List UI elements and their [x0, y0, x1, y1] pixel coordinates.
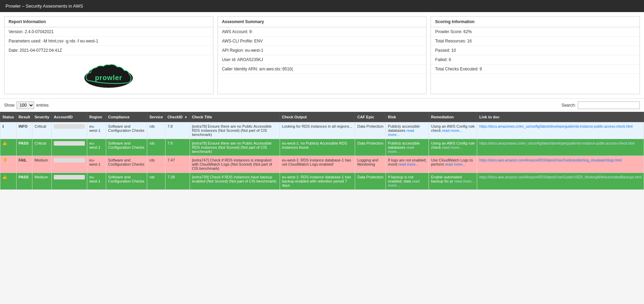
cell-service: rds	[147, 139, 165, 156]
cell-status: 👍	[0, 173, 17, 190]
aws-account-row: AWS Account: 9·	[218, 27, 426, 37]
cell-result: INFO	[16, 122, 32, 139]
aws-cli-text: AWS-CLI Profile: ENV	[222, 39, 263, 43]
total-resources-row: Total Resources: 16	[431, 37, 640, 46]
cell-region: eu-west-1	[87, 122, 106, 139]
date-row: Date: 2021-04-07T22:04:41Z	[4, 46, 213, 55]
risk-read-more-link[interactable]: read more...	[388, 145, 414, 154]
result-badge: INFO	[19, 124, 28, 128]
cell-result: PASS	[16, 173, 32, 190]
doc-link[interactable]: https://docs.aws.amazon.com/AmazonRDS/la…	[479, 158, 622, 162]
failed-row: Failed: 6	[431, 55, 640, 65]
cell-remediation: Using an AWS Config rule check read more…	[429, 122, 477, 139]
table-header-row: Status Result Severity AccountID Region …	[0, 112, 644, 122]
cell-checkoutput: eu-west-1: RDS instance database-1 has n…	[280, 156, 355, 173]
total-checks-row: Total Checks Executed: 9	[431, 65, 640, 74]
show-entries-area: Show 100 25 50 entries	[4, 101, 49, 109]
col-remediation: Remediation	[429, 112, 477, 122]
version-text: Version: 2.4.0-07042021	[9, 29, 54, 34]
cell-linktodoc: https://docs.aws.amazon.com/AmazonRDS/la…	[477, 156, 644, 173]
risk-read-more-link[interactable]: read more...	[388, 128, 414, 137]
search-input[interactable]	[578, 101, 640, 109]
title-bar: Prowler – Security Assesments in AWS	[0, 0, 644, 12]
version-row: Version: 2.4.0-07042021	[4, 27, 213, 37]
col-service: Service	[147, 112, 165, 122]
entries-label: entries	[36, 103, 49, 108]
cell-service: rds	[147, 156, 165, 173]
col-checkid[interactable]: CheckID ▼	[165, 112, 190, 122]
cell-checktitle: [extra747] Check if RDS instances is int…	[190, 156, 280, 173]
col-checkoutput: Check Output	[280, 112, 355, 122]
col-risk: Risk	[386, 112, 429, 122]
cell-checktitle: [extra739] Check if RDS instances have b…	[190, 173, 280, 190]
cell-compliance: Software and Configuration Checks	[106, 122, 147, 139]
risk-read-more-link[interactable]: read more...	[398, 162, 419, 166]
col-severity: Severity	[32, 112, 52, 122]
cell-region: eu-west-1	[87, 139, 106, 156]
table-row: 👍 PASS Medium eu-west-1 Software and Con…	[0, 173, 644, 190]
total-resources-text: Total Resources: 16	[435, 39, 472, 43]
cell-accountid	[52, 173, 87, 190]
search-area: Search:	[562, 101, 640, 109]
account-bar	[54, 124, 85, 129]
scoring-panel: Scoring Information Prowler Score: 62% T…	[431, 16, 640, 94]
total-checks-text: Total Checks Executed: 9	[435, 67, 482, 71]
result-badge: FAIL	[19, 158, 27, 162]
cell-cafepic: Data Protection	[355, 139, 386, 156]
cell-linktodoc: https://docs.amazonaws.cn/en_us/config/l…	[477, 139, 644, 156]
doc-link[interactable]: https://docs.aws.amazon.com/AmazonRDS/la…	[479, 175, 642, 179]
cell-severity: Medium	[32, 156, 52, 173]
col-accountid: AccountID	[52, 112, 87, 122]
cell-service: rds	[147, 173, 165, 190]
col-result: Result	[16, 112, 32, 122]
cell-risk: If logs are not enabled; monit read more…	[386, 156, 429, 173]
cell-checktitle: [extra78] Ensure there are no Public Acc…	[190, 122, 280, 139]
cell-checkoutput: eu-west-1: RDS instance database-1 has b…	[280, 173, 355, 190]
remediation-read-more-link[interactable]: read more...	[445, 162, 465, 166]
cell-status: 👎	[0, 156, 17, 173]
cell-checktitle: [extra78] Ensure there are no Public Acc…	[190, 139, 280, 156]
cell-remediation: Use CloudWatch Logs to perform read more…	[429, 156, 477, 173]
cell-checkid: 7.8	[165, 139, 190, 156]
failed-text: Failed: 6	[435, 57, 451, 62]
cell-compliance: Software and Configuration Checks	[106, 139, 147, 156]
doc-link[interactable]: https://docs.amazonaws.cn/en_us/config/l…	[479, 141, 634, 145]
col-linktodoc: Link to doc	[477, 112, 644, 122]
cell-service: rds	[147, 122, 165, 139]
cell-severity: Medium	[32, 173, 52, 190]
scoring-panel-title: Scoring Information	[431, 17, 640, 27]
cell-compliance: Software and Configuration Checks	[106, 173, 147, 190]
remediation-read-more-link[interactable]: read more...	[442, 145, 462, 149]
prowler-logo: prowler	[81, 61, 136, 88]
aws-account-text: AWS Account: 9·	[222, 29, 253, 34]
cell-status: 👍	[0, 139, 17, 156]
cell-region: eu-west-1	[87, 156, 106, 173]
show-label: Show	[4, 103, 14, 108]
doc-link[interactable]: https://docs.amazonws.cn/en_us/config/la…	[479, 125, 633, 128]
cell-checkid: 7.39	[165, 173, 190, 190]
table-row: 👍 PASS Critical eu-west-1 Software and C…	[0, 139, 644, 156]
cell-result: PASS	[16, 139, 32, 156]
entries-select[interactable]: 100 25 50	[17, 101, 34, 109]
api-region-row: API Region: eu-west-1	[218, 46, 426, 55]
risk-read-more-link[interactable]: read more...	[388, 179, 420, 187]
account-bar	[54, 158, 85, 163]
status-icon: ℹ	[2, 124, 4, 128]
user-id-text: User Id: AROA5235KJ	[222, 57, 263, 62]
result-badge: PASS	[19, 175, 29, 179]
col-region: Region	[87, 112, 106, 122]
report-panel-title: Report Information	[4, 17, 213, 27]
status-icon: 👍	[2, 175, 7, 179]
parameters-text: Parameters used: -M html,csv -g rds -f e…	[9, 39, 98, 43]
aws-cli-row: AWS-CLI Profile: ENV	[218, 37, 426, 46]
cell-cafepic: Logging and Monitoring	[355, 156, 386, 173]
passed-row: Passed: 10	[431, 46, 640, 55]
user-id-row: User Id: AROA5235KJ	[218, 55, 426, 65]
svg-text:prowler: prowler	[95, 74, 122, 81]
data-table: Status Result Severity AccountID Region …	[0, 112, 644, 190]
cell-remediation: Enable automated backup for pr read more…	[429, 173, 477, 190]
remediation-read-more-link[interactable]: read more...	[454, 179, 475, 183]
cell-checkid: 7.47	[165, 156, 190, 173]
parameters-row: Parameters used: -M html,csv -g rds -f e…	[4, 37, 213, 46]
remediation-read-more-link[interactable]: read more...	[442, 128, 462, 133]
